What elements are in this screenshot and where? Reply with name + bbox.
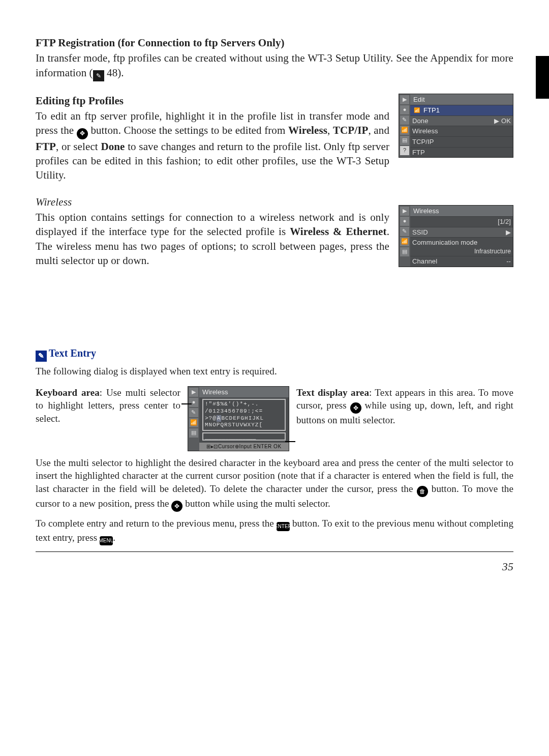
text-fragment: 48). xyxy=(104,67,124,79)
lcd-item-value: -- xyxy=(506,257,511,266)
lcd-item-label: Channel xyxy=(412,257,437,266)
antenna-icon: 📶 xyxy=(400,237,409,246)
multiselector-center-icon: ✥ xyxy=(350,402,361,414)
lcd-item-channel: Channel -- xyxy=(410,256,513,267)
play-icon: ▶ xyxy=(400,95,409,104)
lcd-wireless-screenshot: ▶ ● ✎ 📶 ▤ Wireless [1/2] SSID ▶ Communic… xyxy=(399,205,513,267)
help-icon: ? xyxy=(400,146,409,155)
trash-icon: 🗑 xyxy=(417,486,428,497)
pencil-small-icon: ✎ xyxy=(189,408,198,417)
lcd-textentry-screenshot: ▶ ● ✎ 📶 ▤ Wireless !"#$%&'()*+,-. /01234… xyxy=(188,386,289,451)
caption-label: Text display area xyxy=(296,387,369,398)
play-icon: ▶ xyxy=(400,207,409,216)
bold-done: Done xyxy=(101,140,125,153)
bold-ftp: FTP xyxy=(36,140,56,153)
antenna-icon: 📶 xyxy=(400,126,409,135)
lcd-item-wireless: Wireless xyxy=(410,126,513,136)
lcd-item-ftp: FTP xyxy=(410,147,513,158)
lcd-item-label: TCP/IP xyxy=(412,137,434,147)
lcd-sidebar-icons: ▶ ● ✎ 📶 ▤ xyxy=(399,206,410,267)
keyboard-area: !"#$%&'()*+,-. /0123456789:;<= >?@ABCDEF… xyxy=(202,399,286,431)
lcd-item-tcpip: TCP/IP xyxy=(410,136,513,147)
lcd-item-ssid: SSID ▶ xyxy=(410,227,513,238)
page-ref-icon: ✎ xyxy=(93,70,104,81)
arrow-right-line xyxy=(285,441,295,442)
bold-tcpip: TCP/IP xyxy=(333,124,368,136)
lcd-sidebar-icons: ▶ ● ✎ 📶 ▤ xyxy=(188,387,199,451)
lcd-item-value: Infrastructure xyxy=(412,247,511,255)
lcd-item-ok: ▶ OK xyxy=(494,117,511,126)
kbd-row: !"#$%&'()*+,-. xyxy=(205,401,283,408)
pencil-icon: ✎ xyxy=(36,351,47,362)
card-icon: ▤ xyxy=(189,428,198,438)
note-body-2: To complete entry and return to the prev… xyxy=(36,517,513,545)
bold-wireless-ethernet: Wireless & Ethernet xyxy=(290,225,387,238)
kbd-row: >?@ABCDEFGHIJKL xyxy=(205,415,283,422)
kbd-row: MNOPQRSTUVWXYZ[ xyxy=(205,422,283,429)
antenna-icon: 📶 xyxy=(189,418,198,427)
text-fragment: . xyxy=(113,532,115,543)
note-body-1: Use the multi selector to highlight the … xyxy=(36,456,513,512)
lcd-item-label: Communication mode xyxy=(412,238,511,247)
lcd-profile-row: 📶 FTP1 xyxy=(410,105,513,115)
lcd-arrow-right-icon: ▶ xyxy=(506,228,511,237)
text-fragment: , and xyxy=(368,124,389,136)
arrow-left-line xyxy=(181,403,192,404)
dot-icon: ● xyxy=(189,398,198,407)
lcd-item-label: SSID xyxy=(412,228,428,237)
note-title-text: Text Entry xyxy=(49,347,96,359)
text-fragment: , xyxy=(327,124,333,136)
bold-wireless: Wireless xyxy=(288,124,327,136)
section-wireless: ▶ ● ✎ 📶 ▤ Wireless [1/2] SSID ▶ Communic… xyxy=(36,195,513,270)
page-number: 35 xyxy=(36,559,513,574)
heading-ftp-registration: FTP Registration (for Connection to ftp … xyxy=(36,36,513,50)
menu-button-icon: MENU xyxy=(100,536,113,545)
lcd-title: Wireless xyxy=(410,206,513,217)
dot-icon: ● xyxy=(400,217,409,226)
lcd-sidebar-icons: ▶ ● ✎ 📶 ▤ ? xyxy=(399,94,410,157)
card-icon: ▤ xyxy=(400,247,409,256)
body-ftp-registration: In transfer mode, ftp profiles can be cr… xyxy=(36,51,513,81)
note-text-entry: ✎Text Entry The following dialog is disp… xyxy=(36,346,513,552)
page-edge-tab xyxy=(536,56,549,99)
lcd-item-label: Wireless xyxy=(412,127,438,136)
lcd-title: Wireless xyxy=(199,387,289,398)
lcd-item-commmode: Communication mode Infrastructure xyxy=(410,237,513,256)
lcd-item-label: Done xyxy=(412,117,428,126)
lcd-footer-hints: ⊞▸⊡Cursor⊕Input ENTER OK xyxy=(199,443,289,451)
lcd-edit-screenshot: ▶ ● ✎ 📶 ▤ ? Edit 📶 FTP1 Done ▶ OK xyxy=(399,94,513,158)
dot-icon: ● xyxy=(400,105,409,114)
enter-button-icon: ENTER xyxy=(277,522,290,531)
lcd-page-indicator: [1/2] xyxy=(410,216,513,227)
text-fragment: button. Choose the settings to be edited… xyxy=(88,124,288,136)
text-fragment: , or select xyxy=(56,140,101,153)
card-icon: ▤ xyxy=(400,136,409,145)
note-intro: The following dialog is displayed when t… xyxy=(36,365,513,378)
profile-icon: 📶 xyxy=(412,107,421,114)
pencil-small-icon: ✎ xyxy=(400,115,409,125)
text-display-area: _______________ xyxy=(202,432,286,441)
multiselector-center-icon: ✥ xyxy=(171,501,182,512)
note-title: ✎Text Entry xyxy=(36,346,513,362)
multiselector-center-icon: ✥ xyxy=(77,128,88,139)
section-editing-ftp: ▶ ● ✎ 📶 ▤ ? Edit 📶 FTP1 Done ▶ OK xyxy=(36,94,513,183)
text-fragment: button while using the multi selector. xyxy=(182,498,330,509)
highlight-char: A xyxy=(217,415,222,422)
lcd-profile-name: FTP1 xyxy=(423,106,440,115)
kbd-row: /0123456789:;<= xyxy=(205,408,283,415)
text-entry-diagram-row: Keyboard area: Use multi selector to hig… xyxy=(36,386,513,451)
keyboard-area-caption: Keyboard area: Use multi selector to hig… xyxy=(36,386,180,425)
text-fragment: To complete entry and return to the prev… xyxy=(36,518,277,529)
text-display-area-caption: Text display area: Text appears in this … xyxy=(296,386,513,427)
page-indicator-text: [1/2] xyxy=(498,217,511,226)
divider-line xyxy=(36,551,513,552)
lcd-item-label: FTP xyxy=(412,148,425,157)
play-icon: ▶ xyxy=(189,388,198,397)
pencil-small-icon: ✎ xyxy=(400,227,409,236)
section-ftp-registration: FTP Registration (for Connection to ftp … xyxy=(36,36,513,81)
caption-label: Keyboard area xyxy=(36,387,100,398)
lcd-item-done: Done ▶ OK xyxy=(410,115,513,126)
lcd-title: Edit xyxy=(410,94,513,105)
